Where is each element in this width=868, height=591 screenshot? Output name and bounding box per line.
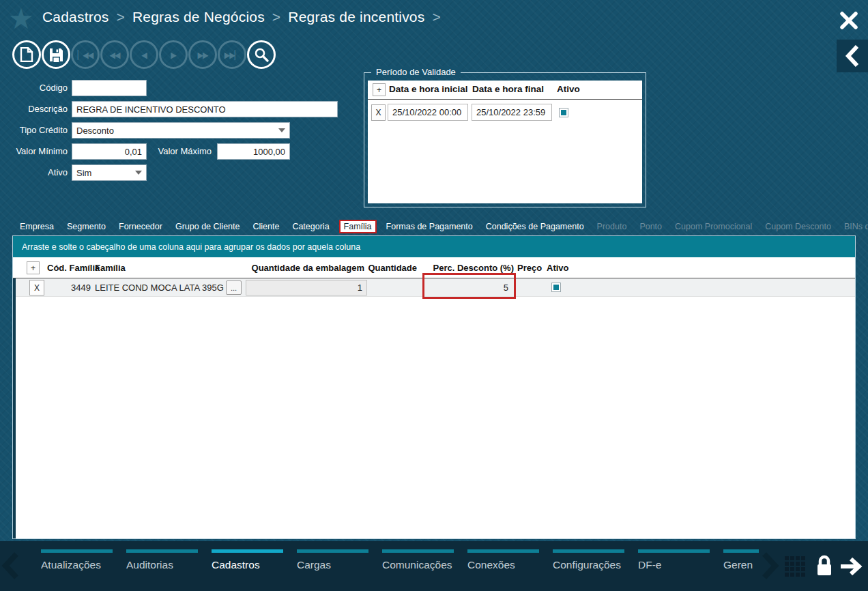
group-by-bar[interactable]: Arraste e solte o cabeçalho de uma colun… [13,236,855,257]
save-floppy-icon [49,48,63,62]
next-fast-button[interactable]: ▶▶ [188,40,217,69]
breadcrumb-item-cadastros[interactable]: Cadastros [42,9,109,25]
data-final-value: 25/10/2022 23:59 [476,107,545,117]
previous-icon: ◀ [141,50,146,60]
tipo-credito-select[interactable]: Desconto [72,122,290,139]
tab-categoria[interactable]: Categoria [292,222,329,231]
valor-maximo-label: Valor Máximo [144,143,212,160]
valor-maximo-input[interactable] [217,143,290,160]
valor-minimo-label: Valor Mínimo [0,143,68,160]
chevron-left-icon [845,44,860,68]
breadcrumb-separator-icon: > [117,9,125,25]
grid-data-row[interactable]: X 3449 LEITE COND MOCA LATA 395G ... 1 5 [16,278,855,297]
codigo-input[interactable] [72,80,147,96]
next-button[interactable]: ▶ [159,40,188,69]
module-accent-bar [723,549,759,553]
descricao-input[interactable] [72,101,338,117]
tab-fornecedor[interactable]: Fornecedor [119,222,162,231]
grid-add-row-button[interactable]: + [27,261,40,274]
bottom-nav-comunicacoes[interactable]: Comunicações [382,549,454,571]
search-icon [254,47,269,62]
tab-formas-de-pagamento[interactable]: Formas de Pagamento [386,222,473,231]
periodo-column-data-final[interactable]: Data e hora final [472,84,544,94]
tab-bins-de-cartoes[interactable]: BINs de cartões [844,222,868,231]
bottom-nav-configuracoes[interactable]: Configurações [553,549,624,571]
tab-empresa[interactable]: Empresa [20,222,54,231]
module-accent-bar [41,549,113,553]
bottom-nav-dfe[interactable]: DF-e [638,549,710,571]
tab-grupo-de-cliente[interactable]: Grupo de Cliente [175,222,240,231]
exit-arrow-icon[interactable] [839,558,863,578]
periodo-validade-grid: + Data e hora inicial Data e hora final … [368,81,642,203]
bottom-nav-atualizacoes[interactable]: Atualizações [41,549,113,571]
favorite-star-icon[interactable]: ★ [8,3,34,35]
column-preco[interactable]: Preço [517,263,542,273]
save-button[interactable] [42,40,70,69]
last-record-button[interactable]: ▶▶▏ [218,40,246,69]
close-button[interactable] [839,10,859,31]
first-record-button[interactable]: ▏◀◀ [71,40,100,69]
nav-scroll-left-button[interactable] [1,552,19,582]
periodo-column-ativo[interactable]: Ativo [557,84,580,94]
tab-cliente[interactable]: Cliente [252,222,279,231]
tab-cupom-desconto[interactable]: Cupom Desconto [765,222,831,231]
bottom-module-bar: Atualizações Auditorias Cadastros Cargas… [0,541,868,591]
module-accent-bar [212,549,283,553]
periodo-header-row: + Data e hora inicial Data e hora final … [368,81,642,100]
column-perc-desconto[interactable]: Perc. Desconto (%) [424,263,514,273]
column-familia[interactable]: Família [95,263,126,273]
grid-header-row: + Cód. Família Família Quantidade da emb… [13,257,855,278]
bottom-nav-cadastros[interactable]: Cadastros [212,549,283,571]
breadcrumb-item-regras-de-incentivos[interactable]: Regras de incentivos [288,9,424,25]
search-button[interactable] [247,40,276,69]
periodo-add-row-button[interactable]: + [373,83,386,96]
module-accent-bar [638,549,710,553]
bottom-nav-gerencial[interactable]: Geren [723,549,759,571]
familia-browse-button[interactable]: ... [226,280,242,295]
first-record-icon: ▏◀◀ [78,50,93,60]
tab-produto[interactable]: Produto [597,222,627,231]
module-accent-bar [467,549,539,553]
column-ativo[interactable]: Ativo [547,263,569,273]
apps-grid-icon[interactable] [785,556,805,577]
last-record-icon: ▶▶▏ [225,50,240,60]
periodo-column-data-inicial[interactable]: Data e hora inicial [389,84,468,94]
lock-icon[interactable] [815,555,834,579]
previous-fast-button[interactable]: ◀◀ [100,40,129,69]
bottom-nav-conexoes[interactable]: Conexões [467,549,539,571]
module-accent-bar [126,549,198,553]
tab-cupom-promocional[interactable]: Cupom Promocional [675,222,752,231]
breadcrumb-item-regras-de-negocios[interactable]: Regras de Negócios [132,9,265,25]
tab-segmento[interactable]: Segmento [67,222,106,231]
module-accent-bar [553,549,624,553]
new-record-button[interactable] [12,40,41,69]
cell-perc-desconto: 5 [426,283,508,293]
periodo-ativo-checkbox[interactable] [559,108,568,117]
tab-condicoes-de-pagamento[interactable]: Condições de Pagamento [486,222,584,231]
bottom-nav-auditorias[interactable]: Auditorias [126,549,198,571]
collapse-panel-button[interactable] [837,40,868,72]
familia-grid-panel: Arraste e solte o cabeçalho de uma colun… [12,235,856,539]
valor-minimo-input[interactable] [72,143,147,160]
cell-qtd-embalagem[interactable]: 1 [246,280,367,296]
tab-ponto[interactable]: Ponto [639,222,662,231]
group-by-hint: Arraste e solte o cabeçalho de uma colun… [22,242,360,252]
ativo-select[interactable]: Sim [72,164,147,181]
dropdown-caret-icon [135,171,142,175]
column-quantidade[interactable]: Quantidade [368,263,417,273]
module-accent-bar [382,549,454,553]
grid-left-strip [13,257,16,538]
grid-delete-row-button[interactable]: X [29,280,44,296]
tab-familia[interactable]: Família [339,220,377,233]
data-final-input[interactable]: 25/10/2022 23:59 [472,104,552,121]
bottom-nav-cargas[interactable]: Cargas [297,549,368,571]
column-qtd-embalagem[interactable]: Quantidade da embalagem [231,263,364,273]
column-cod-familia[interactable]: Cód. Família [47,263,100,273]
nav-scroll-right-button[interactable] [762,552,779,582]
chevron-left-icon [1,552,19,579]
data-inicial-input[interactable]: 25/10/2022 00:00 [388,104,468,121]
periodo-delete-row-button[interactable]: X [371,104,386,121]
cell-ativo-checkbox[interactable] [551,283,561,292]
module-nav: Atualizações Auditorias Cadastros Cargas… [41,549,759,571]
previous-button[interactable]: ◀ [130,40,158,69]
